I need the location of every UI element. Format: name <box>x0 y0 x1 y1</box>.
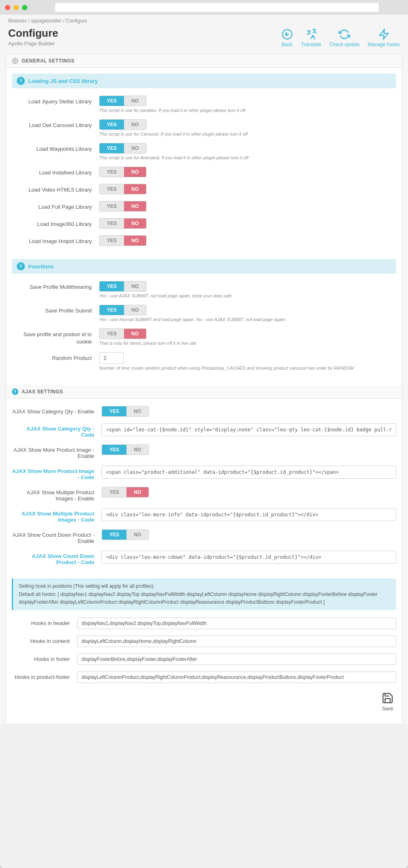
loading-js-css-header: ? Loading JS and CSS library <box>12 74 396 88</box>
owl-carousel-no[interactable]: NO <box>124 120 146 129</box>
ajax-countdown-enable-yes[interactable]: YES <box>102 530 126 540</box>
ajax-countdown-enable-row: AJAX Show Count Down Product - Enable YE… <box>6 526 402 547</box>
general-settings-label: GENERAL SETTINGS <box>22 58 75 64</box>
minimize-dot[interactable] <box>13 5 19 10</box>
image-hotpot-no[interactable]: NO <box>124 236 146 245</box>
video-html5-toggle[interactable]: YES NO <box>99 184 146 194</box>
save-profile-submit-toggle[interactable]: YES NO <box>99 305 146 315</box>
save-profile-cookie-hint: That is only for demo, please turn off i… <box>99 341 390 346</box>
hooks-header-input[interactable] <box>77 618 396 629</box>
toolbar: Back Translate Ch <box>282 27 400 47</box>
video-html5-no[interactable]: NO <box>124 184 146 194</box>
ajax-multiple-images-enable-toggle[interactable]: YES NO <box>102 487 149 498</box>
jquery-stellar-label: Load Jquery Stellar Library <box>18 96 99 105</box>
ajax-countdown-enable-label: AJAX Show Count Down Product - Enable <box>12 529 102 544</box>
check-update-button[interactable]: Check update <box>329 29 359 47</box>
image-hotpot-yes[interactable]: YES <box>100 236 124 245</box>
image360-yes[interactable]: YES <box>100 219 124 228</box>
manage-hooks-button[interactable]: Manage hooks <box>368 29 400 47</box>
jquery-stellar-no[interactable]: NO <box>124 96 146 106</box>
functions-subsection: ? Functions Save Profile Multithrearing … <box>12 259 396 378</box>
save-profile-submit-yes[interactable]: YES <box>100 305 124 315</box>
owl-carousel-yes[interactable]: YES <box>100 120 124 129</box>
save-profile-cookie-no[interactable]: NO <box>124 329 146 339</box>
ajax-help-icon: ? <box>12 388 18 395</box>
ajax-countdown-enable-no[interactable]: NO <box>126 530 149 540</box>
settings-icon <box>12 58 18 64</box>
hooks-content-row: Hooks in content <box>6 632 402 650</box>
owl-carousel-toggle[interactable]: YES NO <box>99 119 146 130</box>
random-product-input[interactable] <box>99 352 124 364</box>
hooks-footer-label: Hooks in footer <box>12 656 77 662</box>
video-html5-label: Load Video HTML5 Library <box>18 184 99 194</box>
hooks-footer-input[interactable] <box>77 654 396 665</box>
ajax-cat-qty-code-label: AJAX Show Category Qty - Code <box>12 423 102 438</box>
hooks-content-input[interactable] <box>77 636 396 647</box>
ajax-multiple-images-enable-content: YES NO <box>102 487 396 498</box>
ajax-more-product-image-enable-no[interactable]: NO <box>126 445 149 455</box>
app-window: Modules / appagebuilder / Configure Conf… <box>0 0 408 868</box>
save-profile-cookie-toggle[interactable]: YES NO <box>99 328 146 339</box>
functions-title: Functions <box>28 263 53 270</box>
save-profile-submit-no[interactable]: NO <box>124 305 146 315</box>
check-update-label: Check update <box>329 42 359 47</box>
general-settings-header: GENERAL SETTINGS <box>6 54 402 68</box>
ajax-multiple-images-enable-row: AJAX Show Multiple Product Images - Enab… <box>6 484 402 505</box>
image-hotpot-label: Load Image Hotpot Library <box>18 235 99 245</box>
ajax-multiple-images-enable-no[interactable]: NO <box>126 487 149 497</box>
ajax-more-product-image-enable-yes[interactable]: YES <box>102 445 126 455</box>
ajax-cat-qty-enable-yes[interactable]: YES <box>102 406 126 416</box>
ajax-more-product-image-enable-toggle[interactable]: YES NO <box>102 444 149 455</box>
hooks-info-default: Default all hooks: [ displayNav1 display… <box>19 591 377 605</box>
image-hotpot-toggle[interactable]: YES NO <box>99 235 146 246</box>
close-dot[interactable] <box>5 5 10 10</box>
hooks-product-footer-input[interactable] <box>77 672 396 683</box>
save-profile-multithrearing-toggle[interactable]: YES NO <box>99 281 146 292</box>
ajax-settings-header: ? AJAX SETTINGS <box>6 385 402 399</box>
instafeed-yes[interactable]: YES <box>100 167 124 177</box>
image-hotpot-row: Load Image Hotpot Library YES NO <box>12 232 396 249</box>
instafeed-toggle[interactable]: YES NO <box>99 167 146 177</box>
save-profile-multithrearing-no[interactable]: NO <box>124 281 146 291</box>
ajax-cat-qty-enable-toggle[interactable]: YES NO <box>102 406 149 417</box>
ajax-countdown-code-input[interactable] <box>102 551 396 564</box>
ajax-more-product-image-code-input[interactable] <box>102 466 396 479</box>
maximize-dot[interactable] <box>22 5 27 10</box>
owl-carousel-row: Load Owl Carousel Library YES NO This sc… <box>12 116 396 140</box>
save-button[interactable]: Save <box>381 692 394 712</box>
full-page-toggle[interactable]: YES NO <box>99 201 146 212</box>
ajax-cat-qty-code-input[interactable] <box>102 423 396 436</box>
jquery-stellar-toggle[interactable]: YES NO <box>99 96 146 106</box>
instafeed-no[interactable]: NO <box>124 167 146 177</box>
waypoints-no[interactable]: NO <box>124 143 146 153</box>
help-icon-loading: ? <box>17 77 25 85</box>
address-bar[interactable] <box>55 3 379 12</box>
ajax-cat-qty-code-row: AJAX Show Category Qty - Code <box>6 420 402 441</box>
ajax-countdown-enable-toggle[interactable]: YES NO <box>102 529 149 540</box>
full-page-yes[interactable]: YES <box>100 201 124 211</box>
back-button[interactable]: Back <box>282 29 293 47</box>
page-subtitle: Apollo Page Builder <box>8 40 58 47</box>
save-profile-cookie-yes[interactable]: YES <box>100 329 124 339</box>
titlebar <box>0 0 408 15</box>
full-page-no[interactable]: NO <box>124 201 146 211</box>
save-profile-submit-hint: Yes - use Normal SUBMIT and load page ag… <box>99 317 390 322</box>
image360-toggle[interactable]: YES NO <box>99 218 146 229</box>
waypoints-toggle[interactable]: YES NO <box>99 143 146 154</box>
save-profile-cookie-row: Save profile and postion id to cookie YE… <box>12 325 396 349</box>
waypoints-yes[interactable]: YES <box>100 143 124 153</box>
random-product-hint: Number of time create random product whe… <box>99 366 390 370</box>
ajax-cat-qty-enable-no[interactable]: NO <box>126 406 149 416</box>
video-html5-yes[interactable]: YES <box>100 184 124 194</box>
jquery-stellar-yes[interactable]: YES <box>100 96 124 106</box>
hooks-product-footer-row: Hooks in product-footer <box>6 668 402 686</box>
breadcrumb: Modules / appagebuilder / Configure <box>0 15 408 24</box>
translate-button[interactable]: Translate <box>301 29 322 47</box>
ajax-multiple-images-enable-yes[interactable]: YES <box>102 487 126 497</box>
save-profile-multithrearing-hint: Yes - use AJAX SUBMIT, not load page aga… <box>99 293 390 298</box>
ajax-rows: AJAX Show Category Qty - Enable YES NO A… <box>6 399 402 573</box>
instafeed-row: Load Instafeed Library YES NO <box>12 163 396 181</box>
ajax-multiple-images-code-input[interactable] <box>102 508 396 521</box>
image360-no[interactable]: NO <box>124 219 146 228</box>
save-profile-multithrearing-yes[interactable]: YES <box>100 281 124 291</box>
